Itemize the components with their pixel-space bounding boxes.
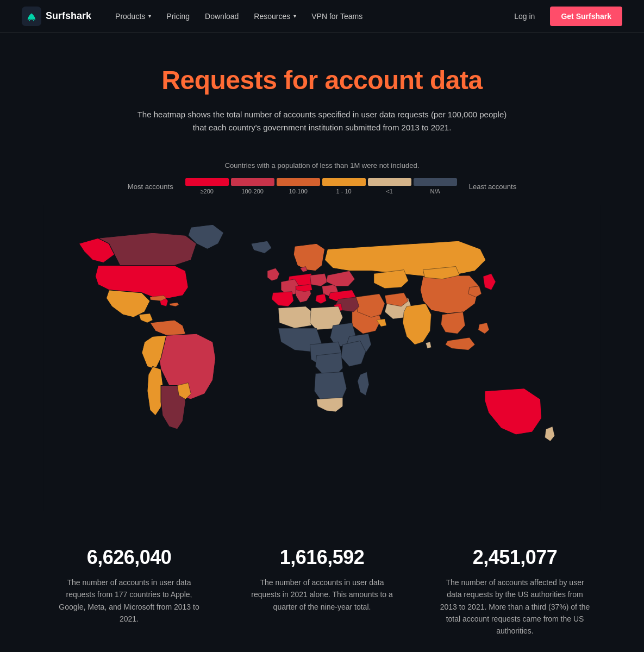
stat-desc-us: The number of accounts affected by user …	[439, 576, 591, 637]
legend-swatch-10-100	[277, 178, 320, 186]
chevron-down-icon: ▾	[293, 13, 296, 19]
legend-note: Countries with a population of less than…	[43, 161, 601, 170]
nav-products[interactable]: Products ▾	[109, 8, 158, 25]
stat-desc-total: The number of accounts in user data requ…	[53, 576, 205, 625]
surfshark-logo-icon	[22, 7, 41, 26]
legend-row: Most accounts ≥200 100-200 10-100 1 - 10	[43, 178, 601, 195]
legend-section: Countries with a population of less than…	[43, 161, 601, 195]
legend-swatch-100-200	[231, 178, 274, 186]
nav-links: Products ▾ Pricing Download Resources ▾ …	[109, 8, 369, 25]
legend-items: ≥200 100-200 10-100 1 - 10 <1	[184, 178, 458, 195]
nav-right: Log in Get Surfshark	[508, 7, 622, 26]
main-content: Requests for account data The heatmap sh…	[0, 33, 644, 652]
nav-left: Surfshark Products ▾ Pricing Download Re…	[22, 7, 369, 26]
nav-vpn-teams[interactable]: VPN for Teams	[305, 8, 369, 25]
nav-download[interactable]: Download	[198, 8, 245, 25]
stats-row: 6,626,040 The number of accounts in user…	[43, 546, 601, 637]
get-surfshark-button[interactable]: Get Surfshark	[550, 7, 622, 26]
legend-item-10-100: 10-100	[277, 178, 320, 195]
legend-item-na: N/A	[414, 178, 457, 195]
nav-pricing[interactable]: Pricing	[160, 8, 196, 25]
page-title: Requests for account data	[43, 65, 601, 95]
legend-item-1-10: 1 - 10	[322, 178, 366, 195]
stat-number-2021: 1,616,592	[236, 546, 408, 569]
legend-item-lt1: <1	[368, 178, 411, 195]
navbar: Surfshark Products ▾ Pricing Download Re…	[0, 0, 644, 33]
legend-swatch-lt1	[368, 178, 411, 186]
login-button[interactable]: Log in	[508, 8, 541, 25]
legend-swatch-na	[414, 178, 457, 186]
legend-item-100-200: 100-200	[231, 178, 274, 195]
legend-most-accounts-label: Most accounts	[128, 183, 173, 191]
legend-swatch-200plus	[185, 178, 229, 186]
legend-swatch-1-10	[322, 178, 366, 186]
world-map	[43, 205, 601, 511]
legend-item-200plus: ≥200	[185, 178, 229, 195]
legend-label-200plus: ≥200	[200, 188, 213, 195]
stat-item-us: 2,451,077 The number of accounts affecte…	[429, 546, 601, 637]
legend-label-lt1: <1	[386, 188, 393, 195]
nav-resources[interactable]: Resources ▾	[247, 8, 303, 25]
legend-least-accounts-label: Least accounts	[469, 183, 516, 191]
page-subtitle: The heatmap shows the total number of ac…	[132, 108, 512, 134]
stat-item-2021: 1,616,592 The number of accounts in user…	[236, 546, 408, 637]
logo[interactable]: Surfshark	[22, 7, 91, 26]
chevron-down-icon: ▾	[148, 13, 151, 19]
stat-number-us: 2,451,077	[429, 546, 601, 569]
legend-label-na: N/A	[430, 188, 440, 195]
legend-label-100-200: 100-200	[242, 188, 264, 195]
legend-label-10-100: 10-100	[289, 188, 308, 195]
stat-number-total: 6,626,040	[43, 546, 215, 569]
world-map-container	[43, 205, 601, 513]
logo-text: Surfshark	[46, 10, 91, 22]
legend-label-1-10: 1 - 10	[336, 188, 352, 195]
stat-desc-2021: The number of accounts in user data requ…	[246, 576, 398, 613]
stat-item-total: 6,626,040 The number of accounts in user…	[43, 546, 215, 637]
